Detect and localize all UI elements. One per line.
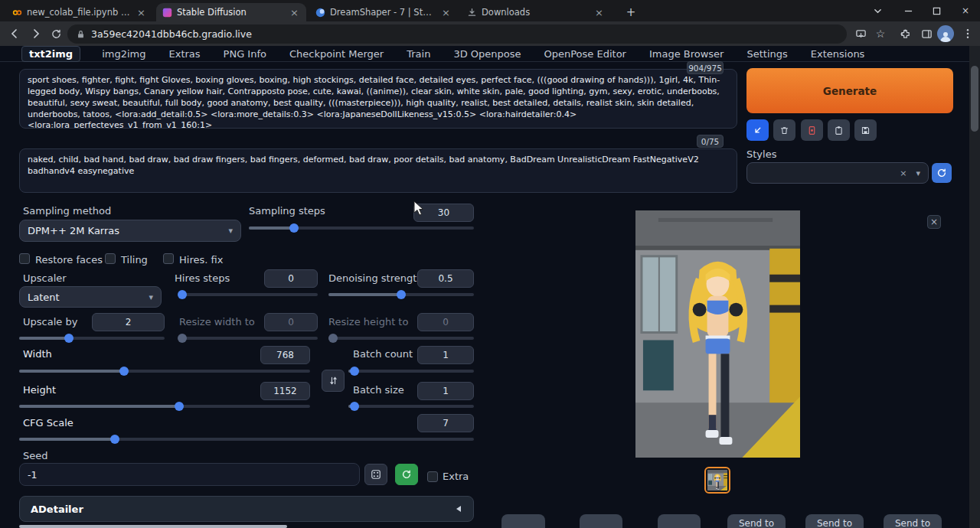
tab-close-icon[interactable]: × xyxy=(136,8,147,18)
browser-tab-dreamshaper[interactable]: DreamShaper - 7 | Stable Diffusio... × xyxy=(309,3,458,21)
tab-checkpoint-merger[interactable]: Checkpoint Merger xyxy=(288,47,385,60)
clear-prompt-button[interactable] xyxy=(773,119,795,141)
denoising-strength-slider[interactable] xyxy=(328,290,474,299)
adetailer-label: ADetailer xyxy=(31,504,83,515)
upscale-by-slider[interactable] xyxy=(19,334,165,343)
random-seed-button[interactable] xyxy=(364,464,387,485)
tab-train[interactable]: Train xyxy=(405,47,432,60)
browser-tab-downloads[interactable]: Downloads × xyxy=(461,3,611,21)
tab-close-icon[interactable]: × xyxy=(440,8,452,18)
output-icon-button-2[interactable] xyxy=(580,514,622,528)
cfg-scale-slider[interactable] xyxy=(19,435,474,444)
clipboard-icon xyxy=(834,125,844,135)
prompt-input[interactable]: sport shoes, fighter, fight, fight Glove… xyxy=(19,69,737,129)
tab-close-icon[interactable]: × xyxy=(593,8,605,18)
reload-icon[interactable] xyxy=(48,26,64,41)
reuse-seed-button[interactable] xyxy=(395,464,418,485)
send-to-extras-button[interactable]: Send to xyxy=(884,514,942,528)
resize-width-value[interactable]: 0 xyxy=(264,313,318,331)
styles-label: Styles xyxy=(746,148,776,160)
refresh-styles-button[interactable] xyxy=(932,163,952,183)
side-panel-icon[interactable] xyxy=(919,26,934,41)
batch-size-slider[interactable] xyxy=(348,402,474,411)
forward-icon[interactable] xyxy=(28,26,44,41)
sampling-steps-slider[interactable] xyxy=(249,223,474,233)
tab-close-icon[interactable]: × xyxy=(289,8,300,18)
tab-extensions[interactable]: Extensions xyxy=(809,47,867,60)
clear-styles-icon[interactable]: × xyxy=(900,168,906,178)
close-image-button[interactable]: × xyxy=(927,215,941,229)
upscale-by-value[interactable]: 2 xyxy=(92,313,165,331)
seed-input[interactable]: -1 xyxy=(19,463,360,486)
collapse-arrow-icon xyxy=(455,505,462,513)
browser-menu-icon[interactable] xyxy=(960,26,975,41)
send-to-inpaint-button[interactable]: Send to xyxy=(805,514,864,528)
hires-steps-value[interactable]: 0 xyxy=(264,269,318,288)
generate-button[interactable]: Generate xyxy=(746,68,953,113)
window-minimize-button[interactable] xyxy=(894,0,922,21)
resize-height-value[interactable]: 0 xyxy=(417,313,474,331)
resize-width-slider[interactable] xyxy=(179,334,318,343)
tab-txt2img[interactable]: txt2img xyxy=(21,46,80,62)
batch-size-value[interactable]: 1 xyxy=(417,382,474,400)
bookmark-star-icon[interactable]: ☆ xyxy=(873,26,888,41)
height-label: Height xyxy=(23,384,56,396)
tab-3d-openpose[interactable]: 3D Openpose xyxy=(452,47,522,60)
upscaler-dropdown[interactable]: Latent ▾ xyxy=(19,286,162,308)
batch-count-value[interactable]: 1 xyxy=(417,346,474,364)
apply-style-button[interactable] xyxy=(801,119,823,141)
address-bar[interactable]: 3a59ec42041dbb46cb.gradio.live xyxy=(67,24,847,44)
extra-seed-checkbox[interactable] xyxy=(427,471,438,482)
gallery-thumbnail[interactable] xyxy=(704,467,730,494)
window-close-button[interactable]: × xyxy=(952,0,979,21)
hires-steps-slider[interactable] xyxy=(179,290,318,299)
screen: new_colab_file.ipynb - Colaborat... × St… xyxy=(0,0,980,528)
width-slider[interactable] xyxy=(19,367,310,376)
tab-settings[interactable]: Settings xyxy=(745,47,789,60)
output-icon-button-1[interactable] xyxy=(501,514,545,528)
generated-image[interactable] xyxy=(635,210,800,458)
height-slider[interactable] xyxy=(19,402,310,411)
share-icon[interactable] xyxy=(853,26,868,41)
batch-count-slider[interactable] xyxy=(348,367,474,376)
paste-params-button[interactable] xyxy=(746,119,769,141)
resize-height-slider[interactable] xyxy=(328,334,474,343)
cfg-scale-value[interactable]: 7 xyxy=(417,414,474,432)
tab-img2img[interactable]: img2img xyxy=(100,47,147,60)
tab-search-icon[interactable] xyxy=(864,0,891,21)
hires-fix-checkbox[interactable] xyxy=(163,253,174,264)
save-style-button[interactable] xyxy=(854,119,877,141)
output-icon-button-3[interactable] xyxy=(658,514,701,528)
scrollbar-thumb[interactable] xyxy=(971,66,978,132)
width-value[interactable]: 768 xyxy=(260,346,310,364)
tab-extras[interactable]: Extras xyxy=(168,47,202,60)
swap-dimensions-button[interactable] xyxy=(322,370,345,392)
browser-tab-colab[interactable]: new_colab_file.ipynb - Colaborat... × xyxy=(6,3,153,21)
tab-title: DreamShaper - 7 | Stable Diffusio... xyxy=(330,7,436,18)
restore-faces-checkbox[interactable] xyxy=(19,253,30,264)
copy-style-button[interactable] xyxy=(828,119,850,141)
styles-dropdown[interactable]: × ▾ xyxy=(746,162,929,184)
extensions-puzzle-icon[interactable] xyxy=(897,26,913,41)
tab-image-browser[interactable]: Image Browser xyxy=(648,47,726,60)
page-scrollbar[interactable] xyxy=(969,46,980,528)
dice-icon xyxy=(371,469,381,480)
denoising-strength-value[interactable]: 0.5 xyxy=(417,269,474,288)
adetailer-accordion[interactable]: ADetailer xyxy=(19,496,474,522)
negative-prompt-input[interactable]: naked, child, bad hand, bad draw, bad dr… xyxy=(19,148,737,193)
browser-tab-stable-diffusion[interactable]: Stable Diffusion × xyxy=(156,3,306,21)
tab-png-info[interactable]: PNG Info xyxy=(222,47,268,60)
window-maximize-button[interactable] xyxy=(923,0,950,21)
profile-avatar[interactable] xyxy=(937,25,954,42)
sampling-method-dropdown[interactable]: DPM++ 2M Karras ▾ xyxy=(19,220,241,242)
height-value[interactable]: 1152 xyxy=(260,382,310,400)
style-card-icon xyxy=(807,125,817,135)
send-to-img2img-button[interactable]: Send to xyxy=(727,514,786,528)
swap-arrows-icon xyxy=(328,376,338,386)
mouse-cursor xyxy=(413,200,426,217)
back-icon[interactable] xyxy=(7,26,22,41)
colab-icon xyxy=(12,8,22,18)
new-tab-button[interactable]: + xyxy=(623,5,639,20)
tiling-checkbox[interactable] xyxy=(105,253,116,264)
tab-openpose-editor[interactable]: OpenPose Editor xyxy=(543,47,628,60)
